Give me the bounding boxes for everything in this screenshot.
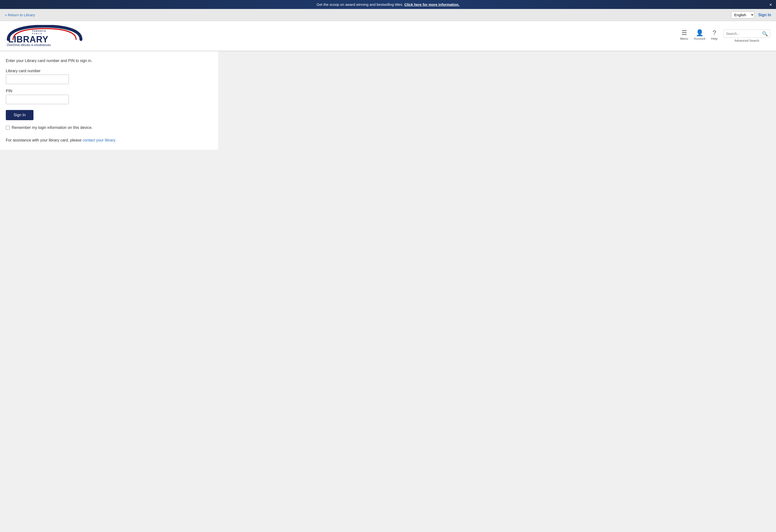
assist-prefix: For assistance with your library card, p… xyxy=(6,138,81,142)
tpl-logo: TORONTO PUBLIC LIBRARY xyxy=(6,25,83,44)
assist-text: For assistance with your library card, p… xyxy=(6,138,212,143)
return-to-library-link[interactable]: « Return to Library xyxy=(5,13,35,17)
pin-label: PIN xyxy=(6,89,212,93)
card-number-label: Library card number xyxy=(6,69,212,73)
search-area: 🔍 Advanced Search xyxy=(723,30,770,42)
account-button[interactable]: 👤 Account xyxy=(694,30,705,40)
svg-text:TORONTO: TORONTO xyxy=(32,30,46,32)
help-label: Help xyxy=(711,37,718,40)
top-navigation: « Return to Library English Français Esp… xyxy=(0,9,776,21)
hamburger-icon: ☰ xyxy=(682,30,687,36)
logo-area: TORONTO PUBLIC LIBRARY OverDrive eBooks … xyxy=(6,25,83,47)
sign-in-button[interactable]: Sign In xyxy=(6,110,33,120)
svg-text:LIBRARY: LIBRARY xyxy=(8,34,48,44)
banner-text: Get the scoop on award winning and bests… xyxy=(317,2,403,7)
main-content: Enter your Library card number and PIN t… xyxy=(0,51,218,150)
search-input[interactable] xyxy=(724,30,760,37)
announcement-banner: Get the scoop on award winning and bests… xyxy=(0,0,776,9)
banner-close-button[interactable]: × xyxy=(769,2,772,7)
search-button[interactable]: 🔍 xyxy=(760,30,770,38)
pin-group: PIN xyxy=(6,89,212,104)
sign-in-link[interactable]: Sign In xyxy=(758,13,771,17)
menu-button[interactable]: ☰ Menu xyxy=(680,30,688,40)
remember-label: Remember my login information on this de… xyxy=(12,125,92,130)
remember-checkbox[interactable] xyxy=(6,126,10,129)
site-header: TORONTO PUBLIC LIBRARY OverDrive eBooks … xyxy=(0,21,776,51)
menu-label: Menu xyxy=(680,37,688,40)
banner-link[interactable]: Click here for more information. xyxy=(404,2,460,7)
language-select[interactable]: English Français Español xyxy=(731,11,754,18)
card-number-input[interactable] xyxy=(6,75,69,84)
help-icon: ? xyxy=(713,30,716,36)
svg-text:PUBLIC: PUBLIC xyxy=(32,33,43,34)
top-nav-right: English Français Español Sign In xyxy=(731,11,771,18)
intro-text: Enter your Library card number and PIN t… xyxy=(6,59,212,63)
nav-icons: ☰ Menu 👤 Account ? Help 🔍 Advanced Searc… xyxy=(680,30,770,42)
account-icon: 👤 xyxy=(696,30,704,36)
account-label: Account xyxy=(694,37,705,40)
help-button[interactable]: ? Help xyxy=(711,30,718,40)
contact-library-link[interactable]: contact your library. xyxy=(83,138,116,142)
search-row: 🔍 xyxy=(723,30,770,38)
logo-subtitle: OverDrive eBooks & eAudiobooks xyxy=(7,43,83,47)
remember-row: Remember my login information on this de… xyxy=(6,125,212,130)
advanced-search-label[interactable]: Advanced Search xyxy=(734,39,759,42)
pin-input[interactable] xyxy=(6,95,69,104)
card-number-group: Library card number xyxy=(6,69,212,84)
